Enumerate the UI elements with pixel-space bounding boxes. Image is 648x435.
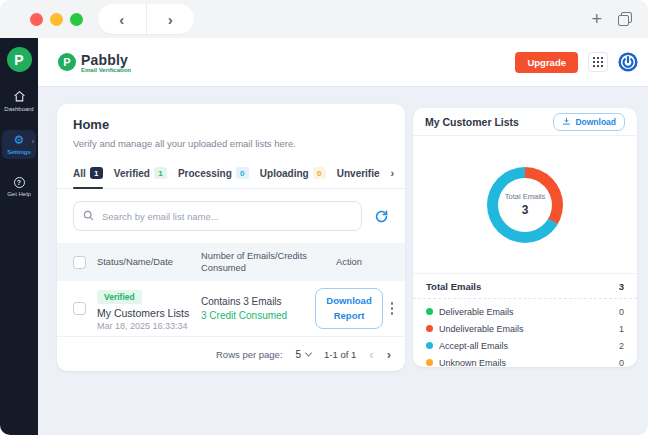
close-window-button[interactable] — [30, 13, 43, 26]
credits-consumed: 3 Credit Consumed — [201, 310, 313, 321]
legend-dot — [426, 342, 433, 349]
window-controls — [0, 13, 83, 26]
tab-uploading[interactable]: Uploading 0 — [260, 167, 326, 188]
upgrade-button[interactable]: Upgrade — [515, 52, 578, 73]
chart-legend: Deliverable Emails 0 Undeliverable Email… — [413, 299, 637, 371]
search-row — [57, 201, 405, 231]
nav-buttons: ‹ › — [98, 4, 194, 34]
gear-icon: ⚙ — [14, 134, 25, 146]
rows-per-page-select[interactable]: 5 — [296, 349, 312, 360]
tabs-scroll-right-icon[interactable]: › — [391, 167, 395, 188]
legend-dot — [426, 359, 433, 366]
chevron-left-icon: ‹ — [119, 11, 124, 28]
back-button[interactable]: ‹ — [98, 4, 147, 34]
header-actions: Upgrade — [515, 52, 638, 73]
new-tab-button[interactable]: + — [591, 10, 602, 28]
pabbly-logo-icon[interactable]: P — [7, 47, 32, 72]
tab-count-badge: 0 — [313, 167, 326, 179]
legend-item-deliverable: Deliverable Emails 0 — [426, 303, 624, 320]
app-header: P Pabbly Email Verification Upgrade — [38, 38, 648, 87]
help-icon: ? — [14, 177, 25, 188]
sidebar-item-label: Settings — [7, 149, 31, 155]
browser-window: ‹ › + P Dashboard ⚙ Settings › ? Get Hel… — [0, 0, 648, 435]
page-range: 1-1 of 1 — [324, 349, 356, 360]
prev-page-button[interactable]: ‹ — [369, 348, 373, 361]
tab-unverified[interactable]: Unverifie — [337, 168, 380, 188]
sidebar: P Dashboard ⚙ Settings › ? Get Help — [0, 38, 38, 435]
sidebar-item-get-help[interactable]: ? Get Help — [2, 173, 36, 201]
chevron-right-icon: › — [168, 11, 173, 28]
refresh-button[interactable] — [374, 209, 389, 224]
download-button[interactable]: Download — [553, 113, 625, 131]
chevron-right-icon: › — [32, 138, 34, 145]
donut-chart[interactable]: Total Emails 3 — [487, 167, 563, 243]
list-date: Mar 18, 2025 16:33:34 — [97, 321, 201, 331]
download-report-button[interactable]: Download Report — [315, 288, 383, 329]
legend-item-unknown: Unknown Emails 0 — [426, 354, 624, 371]
row-menu-icon[interactable] — [385, 300, 399, 317]
brand[interactable]: P Pabbly Email Verification — [58, 52, 131, 73]
table-row: Verified My Customers Lists Mar 18, 2025… — [57, 281, 405, 337]
tab-count-badge: 1 — [90, 167, 103, 179]
search-icon — [82, 209, 95, 222]
total-emails-label: Total Emails — [426, 281, 481, 292]
brand-subtitle: Email Verification — [81, 67, 131, 73]
column-header-action: Action — [313, 256, 385, 268]
column-header-emails: Number of Emails/Credits Consumed — [201, 250, 313, 274]
tab-verified[interactable]: Verified 1 — [114, 167, 167, 188]
apps-grid-icon[interactable] — [588, 52, 608, 72]
legend-item-undeliverable: Undeliverable Emails 1 — [426, 320, 624, 337]
sidebar-item-settings[interactable]: ⚙ Settings › — [2, 130, 36, 159]
row-checkbox[interactable] — [73, 302, 86, 315]
titlebar-actions: + — [591, 0, 632, 38]
sidebar-item-label: Dashboard — [4, 106, 33, 112]
tab-processing[interactable]: Processing 0 — [178, 167, 249, 188]
donut-chart-area: Total Emails 3 — [413, 136, 637, 273]
panel-title: My Customer Lists — [425, 116, 519, 128]
tab-all[interactable]: All 1 — [73, 167, 103, 188]
sidebar-item-dashboard[interactable]: Dashboard — [2, 86, 36, 116]
forward-button[interactable]: › — [147, 4, 195, 34]
total-emails-row: Total Emails 3 — [413, 273, 637, 299]
titlebar: ‹ › + — [0, 0, 648, 38]
table-header: Status/Name/Date Number of Emails/Credit… — [57, 243, 405, 281]
pagination: Rows per page: 5 1-1 of 1 ‹ › — [57, 337, 405, 371]
status-badge: Verified — [97, 290, 142, 304]
list-name: My Customers Lists — [97, 307, 201, 319]
content-area: Home Verify and manage all your uploaded… — [38, 87, 648, 435]
emails-count: Contains 3 Emails — [201, 296, 313, 307]
next-page-button[interactable]: › — [387, 348, 391, 361]
email-lists-card: Home Verify and manage all your uploaded… — [57, 104, 405, 371]
page-title: Home — [73, 117, 389, 132]
column-header-status: Status/Name/Date — [97, 256, 201, 268]
legend-dot — [426, 308, 433, 315]
brand-name: Pabbly — [81, 52, 131, 68]
refresh-icon — [374, 209, 389, 224]
total-emails-value: 3 — [619, 281, 624, 292]
donut-center-value: 3 — [522, 203, 529, 217]
chevron-down-icon — [305, 349, 312, 356]
minimize-window-button[interactable] — [50, 13, 63, 26]
pabbly-brand-icon: P — [58, 53, 76, 71]
page-subtitle: Verify and manage all your uploaded emai… — [73, 138, 389, 149]
select-all-checkbox[interactable] — [73, 256, 86, 269]
home-icon — [13, 90, 26, 103]
status-tabs: All 1 Verified 1 Processing 0 Uploading … — [57, 162, 405, 189]
donut-center-label: Total Emails — [505, 192, 545, 201]
tab-count-badge: 1 — [154, 167, 167, 179]
customer-lists-panel: My Customer Lists Download Total Emails … — [413, 108, 637, 367]
legend-dot — [426, 325, 433, 332]
sidebar-item-label: Get Help — [7, 191, 31, 197]
legend-item-accept-all: Accept-all Emails 2 — [426, 337, 624, 354]
power-logout-icon[interactable] — [618, 52, 638, 72]
maximize-window-button[interactable] — [70, 13, 83, 26]
download-icon — [562, 117, 571, 126]
search-input[interactable] — [73, 201, 362, 231]
tabs-overview-icon[interactable] — [618, 12, 632, 26]
tab-count-badge: 0 — [236, 167, 249, 179]
rows-per-page-label: Rows per page: — [216, 349, 283, 360]
